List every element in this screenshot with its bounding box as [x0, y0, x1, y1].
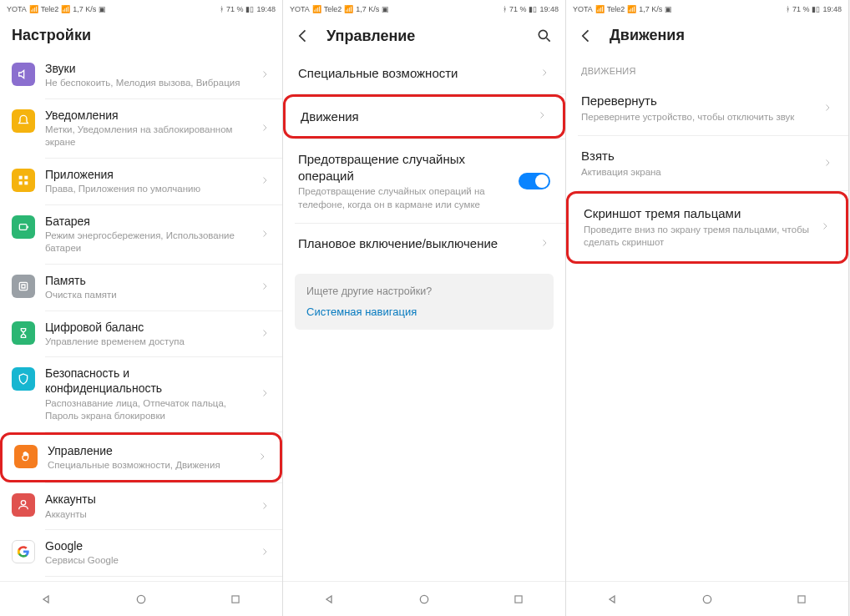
- nav-recents-button[interactable]: [793, 591, 810, 608]
- nav-recents-button[interactable]: [510, 591, 527, 608]
- svg-point-10: [539, 30, 547, 38]
- nav-bar: [0, 581, 282, 616]
- management-item[interactable]: Специальные возможности: [283, 53, 565, 93]
- chevron-right-icon: [259, 499, 271, 514]
- battery-percent: 71 %: [792, 5, 810, 13]
- chevron-right-icon: [259, 68, 271, 83]
- management-list[interactable]: Специальные возможностиДвиженияПредотвра…: [283, 53, 565, 581]
- item-title: Память: [45, 273, 249, 288]
- nav-bar: [283, 581, 565, 616]
- svg-rect-9: [232, 595, 239, 602]
- clock: 19:48: [539, 5, 559, 13]
- item-title: Перевернуть: [581, 93, 822, 109]
- settings-item-hourglass[interactable]: Цифровой балансУправление временем досту…: [0, 311, 282, 357]
- item-texts: Специальные возможности: [298, 65, 539, 82]
- settings-item-sound[interactable]: ЗвукиНе беспокоить, Мелодия вызова, Вибр…: [0, 53, 282, 98]
- speed-label: 1,7 K/s: [639, 5, 662, 13]
- item-title: Движения: [301, 109, 536, 125]
- settings-item-memory[interactable]: ПамятьОчистка памяти: [0, 265, 282, 311]
- settings-item-user[interactable]: АккаунтыАккаунты: [0, 483, 282, 529]
- nav-back-button[interactable]: [605, 591, 621, 608]
- settings-item-hand[interactable]: УправлениеСпециальные возможности, Движе…: [0, 432, 282, 483]
- hourglass-icon: [12, 321, 35, 345]
- svg-point-6: [21, 501, 25, 505]
- item-subtitle: Права, Приложения по умолчанию: [45, 183, 249, 196]
- nav-home-button[interactable]: [133, 591, 149, 608]
- hint-box: Ищете другие настройки? Системная навига…: [295, 274, 554, 330]
- item-title: Плановое включение/выключение: [298, 235, 539, 252]
- nav-home-button[interactable]: [699, 591, 716, 608]
- item-title: Безопасность и конфиденциальность: [45, 366, 249, 396]
- management-item[interactable]: Движения: [283, 94, 565, 139]
- signal-icon: 📶: [29, 5, 38, 13]
- item-subtitle: Активация экрана: [581, 166, 822, 179]
- item-texts: ПеревернутьПереверните устройство, чтобы…: [581, 93, 822, 124]
- settings-item-system[interactable]: СистемаСистемная навигация, Обновление П…: [0, 577, 282, 581]
- screen-management: YOTA 📶 Tele2 📶 1,7 K/s ▣ ᚼ 71 % ▮▯ 19:48…: [283, 0, 566, 616]
- item-texts: ВзятьАктивация экрана: [581, 148, 822, 179]
- chevron-right-icon: [259, 545, 271, 560]
- chevron-right-icon: [256, 450, 268, 465]
- motion-item[interactable]: ПеревернутьПереверните устройство, чтобы…: [566, 81, 848, 135]
- battery-icon: ▮▯: [245, 5, 254, 13]
- motion-item[interactable]: Скриншот тремя пальцамиПроведите вниз по…: [566, 191, 848, 264]
- item-texts: Предотвращение случайных операцийПредотв…: [298, 151, 519, 211]
- item-texts: БатареяРежим энергосбережения, Использов…: [45, 214, 249, 255]
- item-title: Батарея: [45, 214, 249, 229]
- item-texts: Плановое включение/выключение: [298, 235, 539, 252]
- item-subtitle: Управление временем доступа: [45, 336, 249, 349]
- back-button[interactable]: [295, 28, 311, 44]
- page-title: Настройки: [12, 27, 271, 44]
- status-bar: YOTA 📶 Tele2 📶 1,7 K/s ▣ ᚼ 71 % ▮▯ 19:48: [566, 0, 848, 18]
- svg-point-11: [420, 595, 428, 603]
- nav-home-button[interactable]: [416, 591, 433, 608]
- item-texts: GoogleСервисы Google: [45, 538, 249, 568]
- chevron-right-icon: [259, 227, 271, 242]
- svg-rect-14: [798, 595, 805, 602]
- memory-icon: [12, 275, 35, 298]
- settings-list[interactable]: ЗвукиНе беспокоить, Мелодия вызова, Вибр…: [0, 53, 282, 581]
- item-title: Аккаунты: [45, 492, 249, 507]
- hand-icon: [14, 445, 38, 468]
- item-title: Google: [45, 538, 249, 553]
- search-button[interactable]: [535, 27, 554, 45]
- item-subtitle: Метки, Уведомления на заблокированном эк…: [45, 124, 249, 149]
- battery-icon: ▮▯: [529, 5, 537, 13]
- status-left: YOTA 📶 Tele2 📶 1,7 K/s ▣: [290, 5, 389, 13]
- motion-item[interactable]: ВзятьАктивация экрана: [566, 136, 848, 190]
- nav-recents-button[interactable]: [227, 591, 244, 608]
- chevron-right-icon: [822, 101, 833, 116]
- carrier-label: YOTA: [7, 5, 27, 13]
- settings-item-google[interactable]: GoogleСервисы Google: [0, 530, 282, 576]
- nav-back-button[interactable]: [38, 591, 55, 608]
- battery-percent: 71 %: [226, 5, 244, 13]
- chevron-right-icon: [259, 326, 271, 341]
- chevron-right-icon: [539, 236, 550, 251]
- speed-label: 1,7 K/s: [356, 5, 379, 13]
- item-texts: Безопасность и конфиденциальностьРаспозн…: [45, 366, 249, 422]
- screen-motions: YOTA 📶 Tele2 📶 1,7 K/s ▣ ᚼ 71 % ▮▯ 19:48…: [566, 0, 849, 616]
- item-subtitle: Не беспокоить, Мелодия вызова, Вибрация: [45, 77, 249, 90]
- item-title: Звуки: [45, 61, 249, 76]
- nav-back-button[interactable]: [321, 591, 338, 608]
- back-button[interactable]: [578, 28, 594, 44]
- settings-item-shield[interactable]: Безопасность и конфиденциальностьРаспозн…: [0, 357, 282, 431]
- hint-link-system-nav[interactable]: Системная навигация: [306, 305, 542, 318]
- settings-item-battery[interactable]: БатареяРежим энергосбережения, Использов…: [0, 205, 282, 264]
- nav-bar: [566, 581, 848, 616]
- management-item[interactable]: Плановое включение/выключение: [283, 224, 565, 264]
- toggle-switch[interactable]: [519, 173, 550, 189]
- item-texts: УведомленияМетки, Уведомления на заблоки…: [45, 108, 249, 149]
- motions-list[interactable]: ДВИЖЕНИЯ ПеревернутьПереверните устройст…: [566, 53, 848, 581]
- wifi-icon: 📶: [61, 5, 70, 13]
- page-title: Движения: [610, 27, 837, 44]
- battery-icon: ▮▯: [812, 5, 820, 13]
- management-item[interactable]: Предотвращение случайных операцийПредотв…: [283, 139, 565, 223]
- settings-item-apps[interactable]: ПриложенияПрава, Приложения по умолчанию: [0, 159, 282, 204]
- nfc-icon: ▣: [99, 5, 106, 13]
- carrier-label: YOTA: [290, 5, 310, 13]
- signal-icon: 📶: [312, 5, 321, 13]
- settings-item-bell[interactable]: УведомленияМетки, Уведомления на заблоки…: [0, 99, 282, 158]
- item-texts: АккаунтыАккаунты: [45, 492, 249, 521]
- item-subtitle: Предотвращение случайных операций на тел…: [298, 185, 519, 211]
